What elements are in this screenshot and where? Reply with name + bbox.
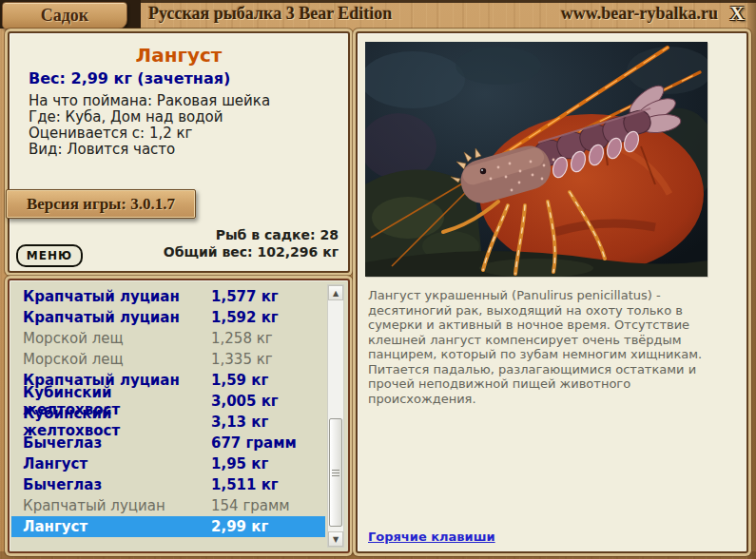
fish-weight: 1,511 кг (211, 476, 325, 493)
list-item[interactable]: Лангуст 1,95 кг (11, 453, 325, 474)
fish-name: Морской лещ (11, 351, 211, 368)
menu-button[interactable]: МЕНЮ (16, 244, 83, 267)
fish-name-title: Лангуст (10, 44, 348, 67)
fish-details: На что поймана: Раковая шейка Где: Куба,… (29, 93, 270, 158)
total-weight: Общий вес: 102,296 кг (164, 243, 339, 260)
fish-weight: 2,99 кг (211, 518, 325, 535)
list-item[interactable]: Лангуст 2,99 кг (11, 516, 325, 537)
fish-weight: 1,258 кг (211, 330, 325, 347)
scrollbar-thumb[interactable] (329, 418, 342, 527)
fish-description: Лангуст украшенный (Panulirus penicillat… (368, 288, 735, 406)
detail-min-weight: Оценивается с: 1,2 кг (29, 125, 270, 142)
fish-name: Лангуст (11, 455, 211, 472)
fish-weight: 1,335 кг (211, 351, 325, 368)
detail-location: Где: Куба, Дом над водой (29, 109, 270, 125)
list-item[interactable]: Крапчатый луциан 1,592 кг (11, 307, 325, 328)
fish-weight: 1,59 кг (211, 372, 325, 389)
fish-name: Крапчатый луциан (11, 497, 211, 514)
detail-rarity: Вид: Ловится часто (29, 142, 270, 158)
detail-bait: На что поймана: Раковая шейка (29, 93, 270, 109)
site-url: www.bear-rybalka.ru (561, 4, 718, 24)
game-title: Русская рыбалка 3 Bear Edition (148, 4, 392, 24)
fish-weight: 1,592 кг (211, 309, 325, 326)
game-version-button[interactable]: Версия игры: 3.0.1.7 (6, 189, 196, 219)
scrollbar-grip (332, 472, 339, 473)
wood-right-edge (747, 0, 756, 559)
fish-name: Крапчатый луциан (11, 309, 211, 326)
fish-name: Морской лещ (11, 330, 211, 347)
list-item[interactable]: Бычеглаз 1,511 кг (11, 474, 325, 495)
fish-list: Крапчатый луциан 1,577 кг Крапчатый луци… (11, 286, 325, 537)
fish-name: Крапчатый луциан (11, 288, 211, 305)
fish-name: Лангуст (11, 518, 211, 535)
fish-weight: 3,13 кг (211, 414, 325, 431)
list-item[interactable]: Морской лещ 1,258 кг (11, 328, 325, 349)
fish-weight: 154 грамм (211, 497, 325, 514)
list-item[interactable]: Кубинский желтохвост 3,13 кг (11, 412, 325, 433)
cage-stats: Рыб в садке: 28 Общий вес: 102,296 кг (164, 226, 339, 260)
scrollbar[interactable]: ▲ ▼ (327, 284, 344, 548)
scroll-down-icon[interactable]: ▼ (328, 531, 343, 547)
fish-name: Бычеглаз (11, 434, 211, 452)
scroll-up-icon[interactable]: ▲ (328, 285, 343, 300)
fish-description-panel: Лангуст украшенный (Panulirus penicillat… (356, 31, 748, 553)
fish-info-panel: Лангуст Вес: 2,99 кг (зачетная) На что п… (8, 31, 350, 273)
fish-weight: 677 грамм (211, 434, 325, 452)
list-item[interactable]: Бычеглаз 677 грамм (11, 433, 325, 453)
list-item[interactable]: Крапчатый луциан 1,577 кг (11, 286, 325, 307)
fish-count: Рыб в садке: 28 (164, 226, 339, 243)
game-window: Садок Русская рыбалка 3 Bear Edition www… (0, 0, 756, 559)
fish-list-panel: Крапчатый луциан 1,577 кг Крапчатый луци… (8, 279, 350, 553)
lobster-photo (365, 42, 708, 277)
hotkeys-link[interactable]: Горячие клавиши (368, 530, 495, 544)
list-item[interactable]: Крапчатый луциан 154 грамм (11, 495, 325, 516)
fish-weight: 1,95 кг (211, 455, 325, 472)
fish-name: Бычеглаз (11, 476, 211, 493)
tab-sadok[interactable]: Садок (2, 2, 127, 29)
fish-weight: 3,005 кг (211, 393, 325, 410)
close-icon[interactable]: X (726, 2, 748, 25)
fish-weight: 1,577 кг (211, 288, 325, 305)
lobster-photo-art (365, 42, 708, 277)
list-item[interactable]: Морской лещ 1,335 кг (11, 349, 325, 370)
fish-weight-line: Вес: 2,99 кг (зачетная) (29, 69, 230, 87)
